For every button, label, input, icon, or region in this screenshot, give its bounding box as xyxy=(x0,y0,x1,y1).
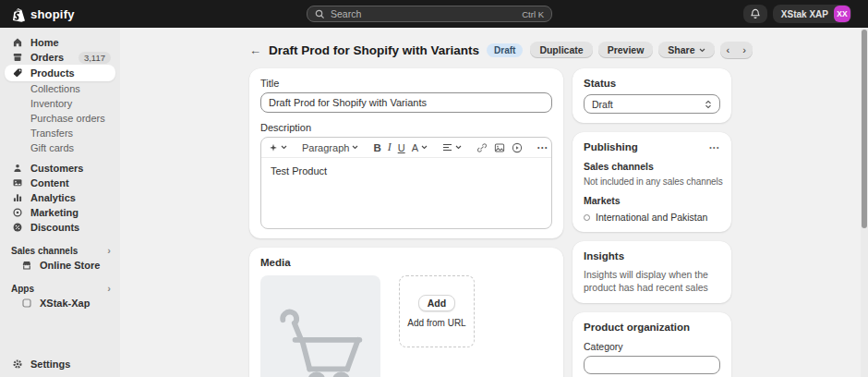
notifications-button[interactable] xyxy=(743,5,767,23)
insights-heading: Insights xyxy=(584,250,720,261)
cart-placeholder-icon xyxy=(271,288,370,377)
insights-card: Insights Insights will display when the … xyxy=(573,241,731,303)
content-icon xyxy=(11,177,23,189)
sales-channels-status: Not included in any sales channels xyxy=(584,176,720,187)
sidebar-item-inventory[interactable]: Inventory xyxy=(0,96,120,111)
sidebar-item-customers[interactable]: Customers xyxy=(0,161,120,176)
editor-toolbar: Paragraph B I U A xyxy=(261,138,551,158)
account-menu[interactable]: XStak XAP XX xyxy=(773,5,851,23)
orders-count-badge: 3,117 xyxy=(78,52,111,64)
product-organization-card: Product organization Category Determines… xyxy=(573,312,731,377)
sales-channels-label: Sales channels xyxy=(11,246,78,256)
align-button[interactable] xyxy=(442,143,462,152)
chevron-right-icon: › xyxy=(107,245,111,256)
sidebar-item-xstak-xap[interactable]: XStak-Xap xyxy=(0,296,120,310)
scrollbar-thumb[interactable] xyxy=(862,30,867,228)
align-icon xyxy=(442,143,452,152)
main-content: ← Draft Prod for Shopify with Variants D… xyxy=(120,28,861,377)
sidebar-item-home[interactable]: Home xyxy=(0,35,120,50)
status-badge: Draft xyxy=(487,43,523,57)
sidebar-item-label: Gift cards xyxy=(30,142,74,153)
status-value: Draft xyxy=(592,99,613,110)
status-select[interactable]: Draft xyxy=(584,94,720,114)
page-title: Draft Prod for Shopify with Variants xyxy=(269,43,479,57)
editor-more-button[interactable]: ••• xyxy=(537,144,549,151)
sidebar-item-label: Products xyxy=(30,67,75,79)
italic-button[interactable]: I xyxy=(388,140,392,154)
page-scrollbar[interactable] xyxy=(861,28,868,377)
publishing-more-button[interactable]: ••• xyxy=(709,144,720,151)
media-thumbnail[interactable] xyxy=(260,275,380,377)
search-shortcut: Ctrl K xyxy=(522,9,544,19)
sidebar-item-content[interactable]: Content xyxy=(0,176,120,190)
preview-button[interactable]: Preview xyxy=(598,42,654,58)
sidebar-item-analytics[interactable]: Analytics xyxy=(0,190,120,205)
sidebar-item-online-store[interactable]: Online Store xyxy=(0,258,120,273)
topbar: shopify Search Ctrl K XStak XAP XX xyxy=(0,0,868,28)
app-icon xyxy=(20,298,32,310)
markets-value: International and Pakistan xyxy=(596,212,707,223)
sidebar-item-label: Home xyxy=(30,37,59,48)
share-button[interactable]: Share xyxy=(658,42,714,58)
customers-icon xyxy=(11,163,23,175)
sidebar-item-purchase-orders[interactable]: Purchase orders xyxy=(0,111,120,126)
category-input[interactable] xyxy=(584,356,720,374)
sales-channels-section[interactable]: Sales channels › xyxy=(0,243,120,258)
sidebar-item-discounts[interactable]: Discounts xyxy=(0,220,120,235)
duplicate-button[interactable]: Duplicate xyxy=(530,42,592,58)
text-color-button[interactable]: A xyxy=(412,142,428,153)
orders-icon xyxy=(11,52,23,64)
prev-product-button[interactable]: ‹ xyxy=(720,42,737,59)
shopify-logo[interactable]: shopify xyxy=(11,6,75,22)
underline-button[interactable]: U xyxy=(398,142,405,153)
sidebar-item-label: Customers xyxy=(30,163,83,174)
link-button[interactable] xyxy=(476,142,488,153)
sidebar: Home Orders 3,117 Products Collections I… xyxy=(0,28,120,377)
description-textarea[interactable]: Test Product xyxy=(261,158,551,228)
status-heading: Status xyxy=(584,78,720,89)
publishing-card: Publishing ••• Sales channels Not includ… xyxy=(573,132,731,232)
search-icon xyxy=(315,9,325,19)
search-input[interactable]: Search Ctrl K xyxy=(307,6,552,22)
sidebar-item-transfers[interactable]: Transfers xyxy=(0,126,120,140)
sidebar-item-orders[interactable]: Orders 3,117 xyxy=(0,50,120,65)
video-icon xyxy=(512,142,523,153)
sidebar-item-label: XStak-Xap xyxy=(40,298,90,309)
sidebar-item-settings[interactable]: Settings xyxy=(0,357,120,371)
products-tag-icon xyxy=(11,67,23,79)
ai-magic-button[interactable] xyxy=(269,143,287,152)
apps-label: Apps xyxy=(11,284,34,294)
sidebar-item-products[interactable]: Products xyxy=(5,65,115,81)
paragraph-style-dropdown[interactable]: Paragraph xyxy=(302,142,358,153)
organization-heading: Product organization xyxy=(584,322,720,333)
search-placeholder: Search xyxy=(331,8,361,19)
sidebar-item-collections[interactable]: Collections xyxy=(0,81,120,96)
sidebar-item-marketing[interactable]: Marketing xyxy=(0,205,120,220)
add-media-button[interactable]: Add xyxy=(418,295,455,311)
market-dot-icon xyxy=(584,214,590,221)
sidebar-item-gift-cards[interactable]: Gift cards xyxy=(0,140,120,155)
back-button[interactable]: ← xyxy=(249,43,261,57)
insert-image-button[interactable] xyxy=(494,142,505,153)
link-icon xyxy=(476,142,488,153)
updown-chevron-icon xyxy=(705,100,712,109)
chevron-down-icon xyxy=(699,48,705,53)
media-upload-zone[interactable]: Add Add from URL xyxy=(399,275,475,347)
online-store-icon xyxy=(20,260,32,272)
next-product-button[interactable]: › xyxy=(736,42,753,59)
sparkle-icon xyxy=(269,143,278,152)
add-from-url-link[interactable]: Add from URL xyxy=(407,318,465,328)
rich-text-editor: Paragraph B I U A xyxy=(260,137,552,229)
apps-section[interactable]: Apps › xyxy=(0,281,120,296)
title-input[interactable] xyxy=(260,92,552,113)
sidebar-item-label: Inventory xyxy=(30,98,72,109)
chevron-right-icon: › xyxy=(107,283,111,294)
account-name: XStak XAP xyxy=(781,9,828,19)
bold-button[interactable]: B xyxy=(373,142,380,153)
insert-video-button[interactable] xyxy=(512,142,523,153)
color-label: A xyxy=(412,142,418,153)
discounts-icon xyxy=(11,222,23,234)
marketing-icon xyxy=(11,207,23,219)
sidebar-item-label: Transfers xyxy=(30,128,73,139)
sidebar-item-label: Online Store xyxy=(40,260,100,271)
